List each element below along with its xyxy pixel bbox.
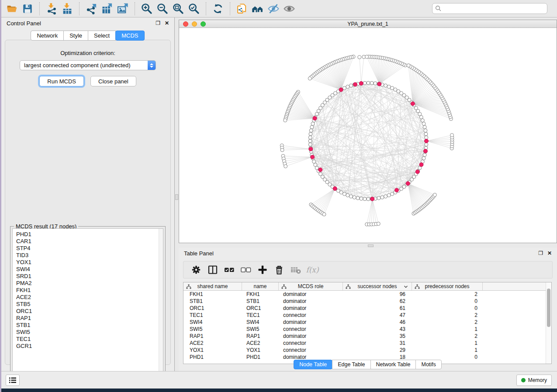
column-header-name[interactable]: name: [242, 282, 279, 290]
settings-gear-icon[interactable]: [188, 263, 204, 277]
column-header-successor-nodes[interactable]: successor nodes: [343, 282, 412, 290]
hide-selected-eye-slash-icon[interactable]: [266, 1, 281, 16]
memory-button[interactable]: Memory: [516, 375, 552, 386]
search-input[interactable]: [432, 3, 547, 14]
zoom-in-icon[interactable]: [139, 1, 155, 16]
show-all-eye-icon[interactable]: [281, 1, 297, 16]
table-row[interactable]: SWI5SWI5connector431: [183, 326, 551, 333]
network-canvas[interactable]: [179, 28, 557, 243]
vertical-splitter[interactable]: [175, 17, 179, 371]
show-columns-icon[interactable]: [204, 263, 221, 277]
mcds-result-item[interactable]: ACE2: [16, 294, 163, 301]
mcds-result-item[interactable]: PHD1: [16, 231, 163, 238]
cell-shared-name: TEC1: [183, 312, 242, 319]
deselect-all-icon[interactable]: [238, 263, 254, 277]
select-all-icon[interactable]: [221, 263, 238, 277]
cell-name: TEC1: [242, 312, 279, 319]
horizontal-splitter[interactable]: [179, 244, 557, 248]
close-panel-icon[interactable]: ✕: [165, 21, 169, 26]
import-network-icon[interactable]: [44, 1, 59, 16]
add-column-icon[interactable]: [254, 263, 271, 277]
refresh-icon[interactable]: [210, 1, 226, 16]
mcds-result-item[interactable]: GCR1: [16, 343, 163, 350]
mcds-result-list[interactable]: PHD1CAR1STP4TID3YOX1SWI4SRD1PMA2FKH1ACE2…: [12, 228, 163, 386]
mcds-result-item[interactable]: PMA2: [16, 280, 163, 287]
mcds-result-item[interactable]: STB5: [16, 301, 163, 308]
table-row[interactable]: STB1STB1dominator620: [183, 298, 551, 305]
table-row[interactable]: FKH1FKH1dominator962: [183, 291, 551, 298]
tab-style[interactable]: Style: [63, 31, 88, 41]
minimize-window-icon[interactable]: [192, 21, 197, 27]
cell-MCDS-role: dominator: [279, 291, 343, 298]
mcds-result-item[interactable]: TEC1: [16, 336, 163, 343]
mcds-result-item[interactable]: TID3: [16, 252, 163, 259]
float-table-panel-icon[interactable]: ❐: [538, 251, 543, 256]
tab-edge-table[interactable]: Edge Table: [332, 360, 370, 369]
mcds-result-item[interactable]: YOX1: [16, 259, 163, 266]
network-window-titlebar[interactable]: YPA_prune.txt_1: [179, 20, 557, 28]
table-row[interactable]: ACE2ACE2connector311: [183, 340, 551, 347]
table-row[interactable]: ORC1ORC1dominator610: [183, 305, 551, 312]
table-row[interactable]: SWI4SWI4dominator462: [183, 319, 551, 326]
tab-select[interactable]: Select: [88, 31, 116, 41]
status-bar: Memory: [1, 371, 557, 389]
export-table-icon[interactable]: [99, 1, 115, 16]
import-table-icon[interactable]: [59, 1, 75, 16]
close-window-icon[interactable]: [183, 21, 188, 27]
mcds-result-item[interactable]: ORC1: [16, 308, 163, 315]
zoom-out-icon[interactable]: [155, 1, 170, 16]
tab-motifs[interactable]: Motifs: [415, 360, 441, 369]
mcds-result-item[interactable]: CAR1: [16, 238, 163, 245]
tab-mcds[interactable]: MCDS: [115, 31, 144, 41]
maximize-window-icon[interactable]: [201, 21, 206, 27]
mcds-list-scrollbar[interactable]: [159, 229, 163, 386]
column-header-shared-name[interactable]: shared name: [183, 282, 242, 290]
horizontal-splitter-handle[interactable]: [368, 244, 374, 247]
cell-shared-name: FKH1: [183, 291, 242, 298]
right-pane: YPA_prune.txt_1 Table Panel ❐ ✕: [175, 17, 557, 371]
table-scrollbar[interactable]: [546, 282, 551, 364]
first-neighbors-houses-icon[interactable]: [250, 1, 266, 16]
control-panel: Control Panel ❐ ✕ NetworkStyleSelectMCDS…: [1, 17, 175, 371]
copy-network-share-icon[interactable]: [234, 1, 250, 16]
close-panel-button[interactable]: Close panel: [90, 76, 136, 86]
vertical-splitter-handle[interactable]: [175, 194, 178, 200]
close-table-panel-icon[interactable]: ✕: [547, 251, 552, 256]
zoom-selected-icon[interactable]: [186, 1, 202, 16]
table-row[interactable]: TEC1TEC1connector472: [183, 312, 551, 319]
mcds-result-item[interactable]: STB1: [16, 322, 163, 329]
cell-successor-nodes: 35: [343, 333, 412, 340]
toolbar-separator: [206, 2, 206, 15]
column-header-predecessor-nodes[interactable]: predecessor nodes: [412, 282, 483, 290]
delete-column-trash-icon[interactable]: [271, 263, 287, 277]
function-builder-icon-disabled: f(x): [304, 263, 321, 277]
mcds-result-item[interactable]: SRD1: [16, 273, 163, 280]
zoom-fit-icon[interactable]: [170, 1, 186, 16]
mcds-result-item[interactable]: SWI4: [16, 266, 163, 273]
optimization-dropdown[interactable]: largest connected component (undirected): [20, 60, 156, 70]
tab-network[interactable]: Network: [31, 31, 64, 41]
export-image-icon[interactable]: [115, 1, 131, 16]
column-header-MCDS-role[interactable]: MCDS role: [279, 282, 343, 290]
export-network-icon[interactable]: [83, 1, 99, 16]
table-row[interactable]: YOX1YOX1connector291: [183, 347, 551, 354]
run-mcds-button[interactable]: Run MCDS: [39, 76, 84, 86]
float-panel-icon[interactable]: ❐: [156, 21, 160, 26]
tab-network-table[interactable]: Network Table: [370, 360, 416, 369]
tab-node-table[interactable]: Node Table: [294, 360, 332, 369]
network-graph[interactable]: [179, 28, 557, 243]
mcds-result-item[interactable]: SWI5: [16, 329, 163, 336]
mcds-result-item[interactable]: FKH1: [16, 287, 163, 294]
table-scrollbar-thumb[interactable]: [547, 289, 550, 327]
save-session-icon[interactable]: [20, 1, 35, 16]
main-toolbar: [1, 0, 557, 17]
app-window: Control Panel ❐ ✕ NetworkStyleSelectMCDS…: [1, 0, 557, 389]
task-history-button[interactable]: [6, 375, 20, 386]
mcds-result-item[interactable]: STP4: [16, 245, 163, 252]
cell-name: SWI4: [242, 319, 279, 326]
cell-MCDS-role: connector: [279, 347, 343, 354]
mcds-panel: Optimization criterion: largest connecte…: [5, 40, 171, 365]
mcds-result-item[interactable]: RAP1: [16, 315, 163, 322]
table-row[interactable]: RAP1RAP1dominator352: [183, 333, 551, 340]
open-file-icon[interactable]: [4, 1, 20, 16]
